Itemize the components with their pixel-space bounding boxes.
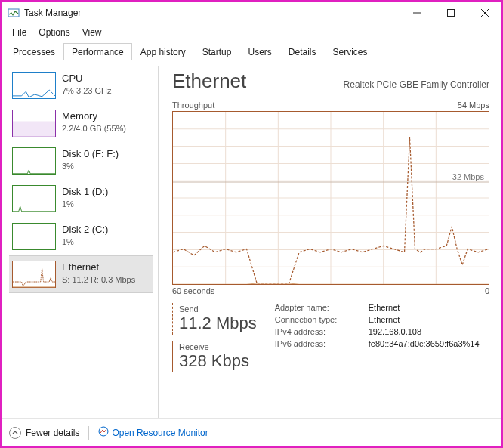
fewer-details-button[interactable]: Fewer details	[9, 427, 79, 439]
sidebar: CPU 7% 3.23 GHz Memory 2.2/4.0 GB (55%)	[9, 66, 159, 418]
info-label: IPv4 address:	[275, 327, 358, 336]
sidebar-item-sub: S: 11.2 R: 0.3 Mbps	[62, 274, 135, 286]
resmon-label: Open Resource Monitor	[112, 428, 208, 438]
sidebar-item-sub: 1%	[62, 199, 108, 210]
sidebar-item-disk1[interactable]: Disk 1 (D:) 1%	[9, 180, 153, 218]
sidebar-item-label: Disk 1 (D:)	[62, 185, 108, 199]
tab-users[interactable]: Users	[239, 43, 279, 60]
receive-stat: Receive 328 Kbps	[172, 341, 257, 372]
sidebar-item-disk0[interactable]: Disk 0 (F: F:) 3%	[9, 142, 153, 180]
chart-label-left: Throughput	[172, 100, 214, 110]
footer-divider	[88, 426, 89, 440]
cpu-thumb	[12, 72, 56, 99]
sidebar-item-label: Disk 2 (C:)	[62, 223, 108, 236]
sidebar-item-ethernet[interactable]: Ethernet S: 11.2 R: 0.3 Mbps	[9, 255, 153, 293]
task-manager-window: Task Manager File Options View Processes…	[0, 0, 503, 448]
menu-view[interactable]: View	[76, 26, 108, 39]
menu-file[interactable]: File	[6, 26, 32, 39]
receive-value: 328 Kbps	[179, 351, 257, 371]
minimize-button[interactable]	[400, 2, 434, 24]
send-label: Send	[179, 304, 257, 314]
sidebar-item-sub: 7% 3.23 GHz	[62, 85, 111, 97]
footer: Fewer details Open Resource Monitor	[2, 418, 501, 446]
tab-performance[interactable]: Performance	[63, 43, 132, 60]
chart-axis-left: 60 seconds	[172, 286, 214, 295]
maximize-button[interactable]	[434, 2, 468, 24]
tabbar: Processes Performance App history Startu…	[2, 42, 501, 60]
titlebar[interactable]: Task Manager	[2, 2, 501, 24]
menu-options[interactable]: Options	[32, 26, 76, 39]
tab-app-history[interactable]: App history	[132, 43, 194, 60]
tab-processes[interactable]: Processes	[5, 43, 63, 60]
sidebar-item-sub: 3%	[62, 161, 119, 172]
svg-rect-2	[447, 10, 454, 17]
chart-ref-label: 32 Mbps	[451, 172, 486, 181]
chevron-up-icon	[9, 427, 21, 439]
chart-axis-right: 0	[485, 286, 489, 295]
sidebar-item-label: Disk 0 (F: F:)	[62, 147, 119, 161]
sidebar-item-sub: 2.2/4.0 GB (55%)	[62, 123, 126, 134]
adapter-subtitle: Realtek PCIe GBE Family Controller	[344, 79, 489, 90]
stats-row: Send 11.2 Mbps Receive 328 Kbps Adapter …	[172, 303, 489, 372]
window-title: Task Manager	[24, 8, 81, 18]
info-value: fe80::34a7:d0c:3659:f6a3%14	[369, 339, 480, 348]
main-panel: Ethernet Realtek PCIe GBE Family Control…	[159, 66, 494, 418]
receive-label: Receive	[179, 342, 257, 351]
chart-label-right: 54 Mbps	[458, 100, 489, 110]
fewer-details-label: Fewer details	[26, 428, 79, 438]
app-icon	[8, 7, 20, 19]
page-title: Ethernet	[172, 70, 246, 93]
close-button[interactable]	[468, 2, 501, 24]
ethernet-thumb	[12, 261, 56, 288]
disk-thumb	[12, 147, 56, 175]
resmon-icon	[98, 426, 109, 439]
tab-services[interactable]: Services	[325, 43, 376, 60]
sidebar-item-memory[interactable]: Memory 2.2/4.0 GB (55%)	[9, 104, 153, 142]
info-value: Ethernet	[369, 315, 480, 324]
send-stat: Send 11.2 Mbps	[172, 303, 257, 335]
sidebar-item-label: Memory	[62, 110, 126, 123]
disk-thumb	[12, 185, 56, 212]
sidebar-item-cpu[interactable]: CPU 7% 3.23 GHz	[9, 66, 153, 104]
info-value: 192.168.0.108	[369, 327, 480, 336]
sidebar-item-sub: 1%	[62, 236, 108, 248]
open-resource-monitor-link[interactable]: Open Resource Monitor	[98, 426, 208, 439]
body: CPU 7% 3.23 GHz Memory 2.2/4.0 GB (55%)	[2, 60, 501, 418]
sidebar-item-label: Ethernet	[62, 261, 135, 274]
adapter-info: Adapter name: Ethernet Connection type: …	[275, 303, 480, 372]
info-label: Connection type:	[275, 315, 358, 324]
send-value: 11.2 Mbps	[179, 314, 257, 333]
tab-details[interactable]: Details	[280, 43, 325, 60]
tab-startup[interactable]: Startup	[194, 43, 240, 60]
info-value: Ethernet	[369, 303, 480, 312]
window-controls	[400, 2, 501, 24]
info-label: Adapter name:	[275, 303, 358, 312]
sidebar-item-disk2[interactable]: Disk 2 (C:) 1%	[9, 218, 153, 255]
menubar: File Options View	[2, 24, 501, 41]
memory-thumb	[12, 110, 56, 137]
sidebar-item-label: CPU	[62, 72, 111, 85]
disk-thumb	[12, 223, 56, 250]
svg-rect-5	[13, 122, 55, 136]
info-label: IPv6 address:	[275, 339, 358, 348]
throughput-chart: 32 Mbps	[172, 111, 489, 285]
